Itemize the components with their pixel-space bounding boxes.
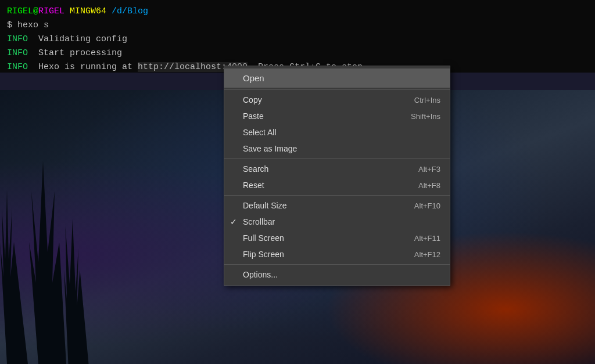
- menu-item-paste[interactable]: PasteShift+Ins: [224, 108, 450, 124]
- shortcut-default-size: Alt+F10: [414, 201, 440, 210]
- separator-after-save-as-image: [224, 158, 450, 159]
- info-line-1: INFO Validating config: [7, 33, 588, 46]
- tree-silhouette-1: [0, 190, 35, 364]
- info-line-2: INFO Start processing: [7, 46, 588, 60]
- mingw-label: MINGW64: [70, 6, 106, 16]
- separator-after-reset: [224, 195, 450, 196]
- menu-label-select-all: Select All: [243, 128, 277, 137]
- menu-item-default-size[interactable]: Default SizeAlt+F10: [224, 197, 450, 214]
- shortcut-search: Alt+F3: [418, 165, 440, 174]
- menu-label-open: Open: [243, 73, 264, 83]
- prompt-line: RIGEL@RIGEL MINGW64 /d/Blog: [7, 5, 588, 19]
- shortcut-flip-screen: Alt+F12: [414, 250, 440, 259]
- menu-item-search[interactable]: SearchAlt+F3: [224, 161, 450, 177]
- context-menu: OpenCopyCtrl+InsPasteShift+InsSelect All…: [224, 66, 450, 286]
- shortcut-full-screen: Alt+F11: [414, 234, 440, 243]
- menu-item-full-screen[interactable]: Full ScreenAlt+F11: [224, 230, 450, 246]
- menu-label-default-size: Default Size: [243, 201, 286, 210]
- menu-label-full-screen: Full Screen: [243, 233, 284, 243]
- menu-item-options[interactable]: Options...: [224, 266, 450, 283]
- menu-item-select-all[interactable]: Select All: [224, 124, 450, 140]
- shortcut-paste: Shift+Ins: [411, 112, 440, 121]
- path-label: /d/Blog: [106, 6, 148, 16]
- menu-item-scrollbar[interactable]: ✓Scrollbar: [224, 214, 450, 230]
- menu-item-copy[interactable]: CopyCtrl+Ins: [224, 92, 450, 108]
- shortcut-copy: Ctrl+Ins: [414, 96, 440, 104]
- menu-label-scrollbar: Scrollbar: [243, 217, 275, 226]
- command-text: hexo s: [12, 20, 49, 30]
- menu-item-save-as-image[interactable]: Save as Image: [224, 140, 450, 157]
- menu-label-paste: Paste: [243, 111, 264, 121]
- menu-label-flip-screen: Flip Screen: [243, 250, 284, 259]
- separator-after-open: [224, 89, 450, 90]
- menu-item-reset[interactable]: ResetAlt+F8: [224, 177, 450, 193]
- menu-label-reset: Reset: [243, 181, 264, 190]
- shortcut-reset: Alt+F8: [418, 181, 440, 190]
- menu-item-open[interactable]: Open: [224, 69, 450, 88]
- hostname: RIGEL: [38, 6, 64, 16]
- menu-item-flip-screen[interactable]: Flip ScreenAlt+F12: [224, 246, 450, 262]
- command-line: $ hexo s: [7, 19, 588, 33]
- separator-after-flip-screen: [224, 264, 450, 265]
- menu-label-search: Search: [243, 164, 268, 174]
- username: RIGEL: [7, 6, 33, 16]
- checkmark-scrollbar: ✓: [230, 217, 237, 226]
- menu-label-copy: Copy: [243, 95, 262, 104]
- menu-label-save-as-image: Save as Image: [243, 144, 297, 153]
- tree-silhouette-3: [64, 219, 93, 364]
- menu-label-options: Options...: [243, 270, 278, 279]
